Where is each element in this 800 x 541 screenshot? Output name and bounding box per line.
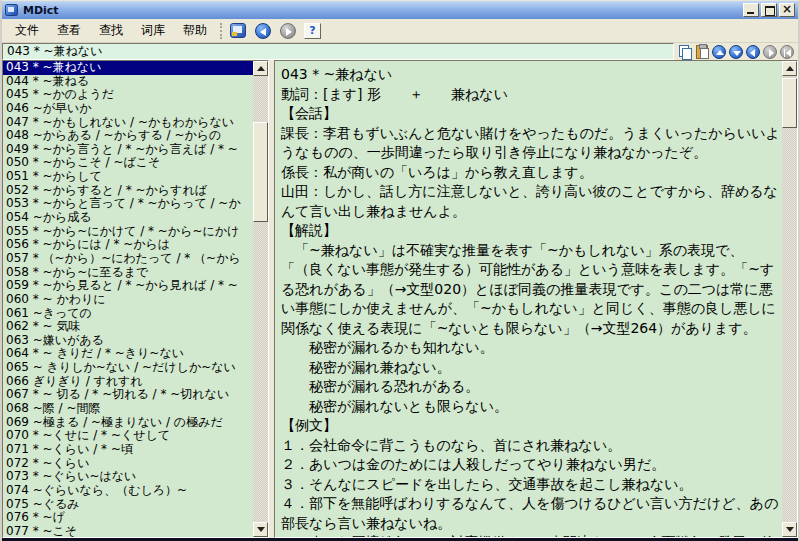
back-icon [255, 23, 271, 39]
list-item[interactable]: 059 * ~から見ると / * ~から見れば / * ~ [3, 279, 253, 293]
list-item[interactable]: 077 * ~こそ [3, 525, 253, 537]
article-scrollbar-track[interactable] [782, 76, 797, 522]
list-scrollbar-track[interactable] [253, 76, 268, 522]
headword-input[interactable]: 043 * ~兼ねない [2, 43, 674, 60]
menu-item[interactable]: 文件 [6, 19, 48, 42]
list-item[interactable]: 054 ~から成る [3, 211, 253, 225]
article-line: 課長：李君もずいぶんと危ない賭けをやったものだ。うまくいったからいいようなものの… [281, 124, 780, 163]
list-item[interactable]: 066 ぎりぎり / すれすれ [3, 375, 253, 389]
arrow-right-gray-icon [763, 45, 777, 59]
article-line: 動詞：[ます] 形 ＋ 兼ねない [281, 85, 780, 105]
list-item[interactable]: 069 ~極まる / ~極まりない / の極みだ [3, 416, 253, 430]
article-line: 043 * ~兼ねない [281, 65, 780, 85]
scroll-up-icon[interactable] [782, 61, 797, 76]
first-entry-button[interactable] [779, 44, 794, 59]
paste-button[interactable] [694, 44, 709, 59]
forward-icon [280, 23, 296, 39]
list-item[interactable]: 068 ~際 / ~間際 [3, 402, 253, 416]
article-line: 秘密が漏れないとも限らない。 [281, 397, 780, 417]
minimize-icon[interactable] [743, 3, 759, 17]
scroll-up-icon[interactable] [253, 61, 268, 76]
article-line: １．会社命令に背こうものなら、首にされ兼ねない。 [281, 436, 780, 456]
next-entry-button[interactable] [728, 44, 743, 59]
scroll-down-icon[interactable] [782, 522, 797, 537]
menu-item[interactable]: 查看 [48, 19, 90, 42]
list-item[interactable]: 056 * ~からには / * ~からは [3, 238, 253, 252]
forward-button[interactable] [279, 22, 297, 39]
list-item[interactable]: 075 ~ぐるみ [3, 498, 253, 512]
list-item[interactable]: 061 ~きっての [3, 307, 253, 321]
article-scrollbar[interactable] [782, 61, 797, 537]
arrow-up-icon [712, 45, 726, 59]
mdict-app-icon [5, 4, 18, 16]
list-item[interactable]: 046 ~が早いか [3, 102, 253, 116]
list-item[interactable]: 065 ~ きりしか~ない / ~だけしか~ない [3, 361, 253, 375]
article-line: 【会話】 [281, 104, 780, 124]
list-item[interactable]: 043 * ~兼ねない [3, 61, 253, 75]
window-title: MDict [23, 4, 59, 17]
list-item[interactable]: 053 * ~からと言って / * ~からって / ~か [3, 197, 253, 211]
list-item[interactable]: 051 * ~からして [3, 170, 253, 184]
list-item[interactable]: 074 ~ぐらいなら、（むしろ）~ [3, 484, 253, 498]
list-item[interactable]: 064 * ~ きりだ / * ~きり~ない [3, 347, 253, 361]
list-item[interactable]: 060 * ~ かわりに [3, 293, 253, 307]
arrow-left-icon [746, 45, 760, 59]
copy-button[interactable] [677, 44, 692, 59]
list-item[interactable]: 047 * ~かもしれない / ~かもわからない [3, 116, 253, 130]
back-button[interactable] [254, 22, 272, 39]
list-item[interactable]: 045 * ~かのようだ [3, 88, 253, 102]
list-item[interactable]: 052 * ~からすると / * ~からすれば [3, 184, 253, 198]
prev-entry-button[interactable] [711, 44, 726, 59]
toolbar-gripper [220, 23, 222, 39]
list-item[interactable]: 050 * ~からこそ / ~ばこそ [3, 156, 253, 170]
article-line: 「~兼ねない」は不確実な推量を表す「~かもしれない」系の表現で、「（良くない事態… [281, 241, 780, 339]
list-item[interactable]: 071 * ~くらい / * ~頃 [3, 443, 253, 457]
main-area: 043 * ~兼ねない 044 * ~兼ねる 045 * ~かのようだ 046 … [2, 60, 798, 538]
title-bar[interactable]: MDict [2, 1, 798, 19]
list-item[interactable]: 048 ~からある / ~からする / ~からの [3, 129, 253, 143]
article-scrollbar-thumb[interactable] [782, 78, 797, 128]
list-item[interactable]: 063 ~嫌いがある [3, 334, 253, 348]
arrow-down-icon [729, 45, 743, 59]
list-item[interactable]: 049 * ~から言うと / * ~から言えば / * ~ [3, 143, 253, 157]
toolbar: ? [229, 22, 321, 39]
list-item[interactable]: 072 * ~くらい [3, 457, 253, 471]
dictionaries-icon [230, 23, 246, 38]
back-entry-button[interactable] [745, 44, 760, 59]
article-line: 【例文】 [281, 416, 780, 436]
arrow-first-gray-icon [780, 45, 794, 59]
copy-icon [679, 45, 691, 58]
close-icon[interactable] [779, 3, 795, 17]
article-line: 秘密が漏れ兼ねない。 [281, 358, 780, 378]
dictionaries-button[interactable] [229, 22, 247, 39]
forward-entry-button[interactable] [762, 44, 777, 59]
maximize-icon[interactable] [761, 3, 777, 17]
list-item[interactable]: 058 * ~から~に至るまで [3, 266, 253, 280]
menu-bar: 文件 查看 查找 词库 帮助 ? [2, 19, 798, 43]
entry-bar-buttons [674, 43, 798, 60]
list-item[interactable]: 067 * ~ 切る / * ~切れる / * ~切れない [3, 388, 253, 402]
list-scrollbar-thumb[interactable] [253, 122, 268, 222]
list-item[interactable]: 073 * ~ぐらい~はない [3, 470, 253, 484]
article-line: 山田：しかし、話し方に注意しないと、誇り高い彼のことですから、辞めるなんて言い出… [281, 182, 780, 221]
article-line: 【解説】 [281, 221, 780, 241]
list-item[interactable]: 070 * ~くせに / * ~くせして [3, 429, 253, 443]
list-item[interactable]: 076 * ~げ [3, 511, 253, 525]
article-line: ４．部下を無能呼ばわりするなんて、人を傷つけるひどい言い方だけど、あの部長なら言… [281, 494, 780, 533]
article-line: ２．あいつは金のためには人殺しだってやり兼ねない男だ。 [281, 455, 780, 475]
mdict-window: MDict 文件 查看 查找 词库 帮助 ? [0, 0, 800, 541]
list-item[interactable]: 057 * （~から）~にわたって / * （~から [3, 252, 253, 266]
list-scrollbar[interactable] [253, 61, 268, 537]
list-item[interactable]: 044 * ~兼ねる [3, 75, 253, 89]
menu-item[interactable]: 帮助 [174, 19, 216, 42]
article-line: ５．小さな国境紛争でも、対応機微を、一歩間違えると、全面戦争に発展し兼ねない。 [281, 533, 780, 537]
list-item[interactable]: 062 * ~ 気味 [3, 320, 253, 334]
menu-item[interactable]: 词库 [132, 19, 174, 42]
menu-item[interactable]: 查找 [90, 19, 132, 42]
list-item[interactable]: 055 * ~から~にかけて / * ~から~にかけ [3, 225, 253, 239]
help-button[interactable]: ? [304, 23, 321, 39]
paste-icon [696, 45, 708, 59]
scroll-down-icon[interactable] [253, 522, 268, 537]
entry-bar: 043 * ~兼ねない [2, 43, 798, 60]
headword-list-pane: 043 * ~兼ねない 044 * ~兼ねる 045 * ~かのようだ 046 … [2, 60, 269, 538]
